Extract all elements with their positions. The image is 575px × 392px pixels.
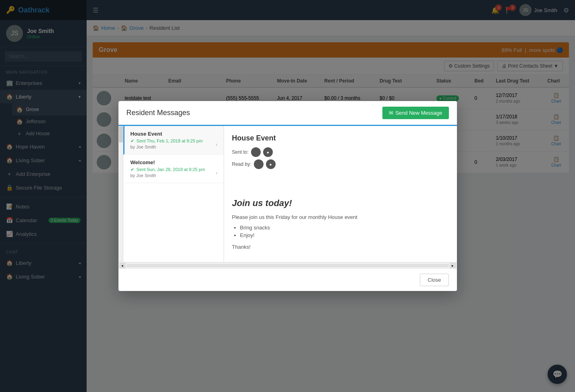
message-content: House Event Sent to: ● Read by: ● Jon St…	[224, 126, 457, 262]
message-by: by Joe Smith	[131, 144, 218, 149]
horizontal-scrollbar[interactable]: ◂ ▸	[118, 262, 457, 268]
scrollbar-thumb	[119, 126, 123, 142]
scroll-left-button[interactable]: ◂	[119, 263, 126, 268]
modal-body: House Event ✔ Sent Thu, Feb 1, 2018 at 9…	[118, 126, 457, 262]
resident-messages-modal: Resident Messages ✉ Send New Message Hou…	[118, 101, 457, 291]
message-content-title: House Event	[232, 134, 449, 142]
send-new-message-button[interactable]: ✉ Send New Message	[382, 107, 448, 119]
message-title: House Event	[131, 131, 218, 137]
recipient-avatar-1	[251, 147, 261, 157]
message-intro: Please join us this Friday for our month…	[232, 213, 449, 221]
modal-overlay[interactable]: Resident Messages ✉ Send New Message Hou…	[0, 0, 575, 392]
read-by-label: Read by:	[232, 161, 251, 167]
reader-avatar-1	[254, 159, 264, 169]
message-list-item[interactable]: House Event ✔ Sent Thu, Feb 1, 2018 at 9…	[123, 126, 224, 155]
modal-title: Resident Messages	[127, 109, 190, 117]
sent-to-row: Sent to: ●	[232, 147, 449, 157]
message-title: Welcome!	[131, 159, 218, 165]
message-bullets: Bring snacks Enjoy!	[232, 225, 449, 238]
read-by-row: Read by: ●	[232, 159, 449, 169]
message-heading: Join us today!	[232, 198, 449, 208]
sent-to-label: Sent to:	[232, 149, 249, 155]
message-list-container: House Event ✔ Sent Thu, Feb 1, 2018 at 9…	[118, 126, 224, 262]
scroll-right-button[interactable]: ▸	[450, 263, 456, 268]
message-list-item[interactable]: Welcome! ✔ Sent Sun, Jan 28, 2018 at 9:2…	[123, 155, 224, 183]
scrollbar-track	[127, 264, 449, 267]
message-body: Join us today! Please join us this Frida…	[232, 198, 449, 251]
bullet-item: Bring snacks	[240, 225, 449, 231]
modal-footer: Close	[118, 268, 457, 291]
check-icon: ✔	[131, 167, 134, 172]
message-footer: Thanks!	[232, 243, 449, 251]
reader-avatar-2: ●	[266, 159, 276, 169]
message-list: House Event ✔ Sent Thu, Feb 1, 2018 at 9…	[123, 126, 224, 262]
message-by: by Joe Smith	[131, 173, 218, 178]
message-date: ✔ Sent Sun, Jan 28, 2018 at 9:25 pm	[131, 167, 218, 172]
check-icon: ✔	[131, 138, 134, 143]
bullet-item: Enjoy!	[240, 232, 449, 238]
close-modal-button[interactable]: Close	[420, 274, 448, 286]
modal-header: Resident Messages ✉ Send New Message	[118, 101, 457, 126]
recipient-avatar-2: ●	[263, 147, 273, 157]
arrow-icon: ›	[216, 141, 217, 147]
vertical-scrollbar[interactable]	[118, 126, 123, 262]
message-date: ✔ Sent Thu, Feb 1, 2018 at 9:25 pm	[131, 138, 218, 144]
arrow-icon: ›	[216, 170, 217, 176]
send-icon: ✉	[389, 110, 393, 116]
